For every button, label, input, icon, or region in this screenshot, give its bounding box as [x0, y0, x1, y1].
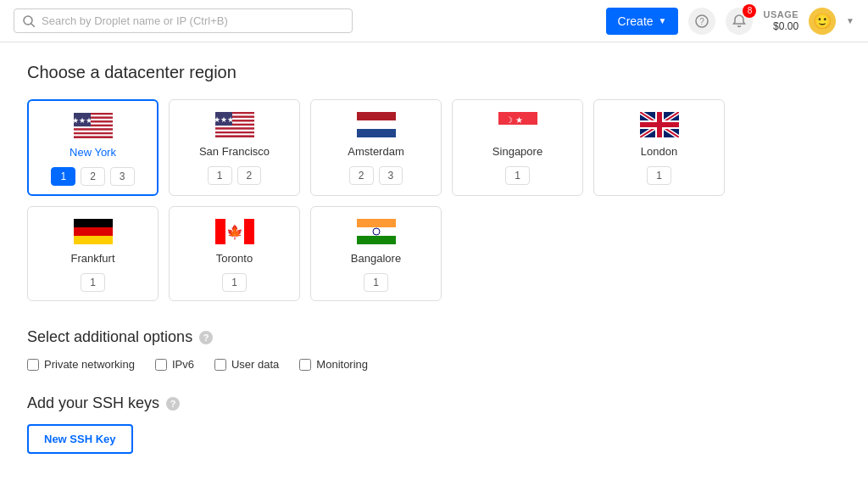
svg-rect-53 [215, 219, 225, 244]
notifications-icon-btn[interactable]: 8 [726, 8, 753, 35]
checkbox-label-user-data: User data [231, 358, 279, 371]
region-name-frankfurt: Frankfurt [70, 252, 114, 265]
region-num-san-francisco-1[interactable]: 1 [208, 166, 232, 185]
additional-options-help-icon[interactable]: ? [199, 331, 213, 344]
region-card-bangalore[interactable]: Bangalore1 [310, 206, 442, 301]
additional-options-checkboxes: Private networkingIPv6User dataMonitorin… [27, 358, 841, 371]
header: Search by Droplet name or IP (Ctrl+B) Cr… [0, 0, 868, 42]
region-card-san-francisco[interactable]: ★★★ San Francisco12 [169, 99, 300, 196]
nl-flag-icon [357, 112, 396, 140]
additional-options-label: Select additional options [27, 328, 192, 346]
svg-text:🍁: 🍁 [226, 224, 243, 240]
header-right: Create ▼ ? 8 USAGE $0.00 🙂 ▼ [606, 8, 854, 35]
search-placeholder: Search by Droplet name or IP (Ctrl+B) [42, 14, 228, 27]
svg-rect-11 [74, 126, 113, 128]
svg-text:★★★: ★★★ [74, 116, 92, 125]
svg-rect-26 [215, 126, 254, 127]
datacenter-section: Choose a datacenter region ★★★ New York1… [27, 63, 841, 301]
svg-rect-49 [74, 219, 113, 227]
svg-rect-56 [357, 219, 396, 227]
region-num-london-1[interactable]: 1 [647, 166, 671, 185]
svg-rect-14 [74, 132, 113, 134]
svg-rect-16 [74, 137, 113, 138]
ssh-keys-help-icon[interactable]: ? [166, 397, 180, 411]
region-name-toronto: Toronto [216, 252, 253, 265]
svg-rect-30 [215, 133, 254, 135]
region-nums-amsterdam: 23 [321, 166, 431, 185]
in-flag-icon [357, 219, 396, 247]
ssh-keys-section: Add your SSH keys ? New SSH Key [27, 394, 841, 454]
region-nums-bangalore: 1 [321, 273, 431, 292]
region-card-singapore[interactable]: ☽ ★ Singapore1 [452, 99, 583, 196]
svg-rect-12 [74, 128, 113, 130]
region-name-singapore: Singapore [492, 145, 542, 158]
svg-rect-51 [74, 236, 113, 244]
region-num-frankfurt-1[interactable]: 1 [81, 273, 105, 292]
uk-flag-icon [640, 112, 679, 140]
region-name-new-york: New York [70, 146, 116, 159]
region-card-toronto[interactable]: 🍁 Toronto1 [169, 206, 300, 301]
region-num-toronto-1[interactable]: 1 [222, 273, 247, 292]
create-button[interactable]: Create ▼ [606, 8, 679, 35]
svg-rect-29 [215, 131, 254, 133]
region-num-new-york-2[interactable]: 2 [81, 167, 105, 186]
checkbox-user-data[interactable] [214, 359, 226, 371]
sg-flag-icon: ☽ ★ [498, 112, 537, 140]
region-num-amsterdam-3[interactable]: 3 [379, 166, 403, 185]
help-icon-btn[interactable]: ? [688, 8, 715, 35]
region-nums-singapore: 1 [463, 166, 572, 185]
checkbox-private-networking[interactable] [27, 359, 39, 371]
usage-display: USAGE $0.00 [763, 8, 798, 34]
search-bar[interactable]: Search by Droplet name or IP (Ctrl+B) [14, 8, 353, 33]
ca-flag-icon: 🍁 [215, 219, 254, 247]
svg-rect-48 [640, 122, 679, 127]
region-nums-frankfurt: 1 [38, 273, 147, 292]
region-nums-new-york: 123 [39, 167, 147, 186]
svg-rect-38 [498, 125, 537, 137]
usage-amount: $0.00 [773, 20, 798, 34]
checkbox-item-monitoring[interactable]: Monitoring [299, 358, 368, 371]
region-card-frankfurt[interactable]: Frankfurt1 [27, 206, 159, 301]
region-num-san-francisco-2[interactable]: 2 [237, 166, 262, 185]
svg-rect-58 [357, 236, 396, 244]
region-card-amsterdam[interactable]: Amsterdam23 [310, 99, 442, 196]
region-name-bangalore: Bangalore [351, 252, 401, 265]
chevron-down-icon: ▼ [659, 16, 667, 25]
avatar-chevron-icon[interactable]: ▼ [846, 16, 854, 25]
us-flag-icon: ★★★ [74, 113, 113, 141]
svg-text:☽ ★: ☽ ★ [505, 115, 523, 125]
checkbox-item-private-networking[interactable]: Private networking [27, 358, 135, 371]
checkbox-monitoring[interactable] [299, 359, 311, 371]
region-nums-san-francisco: 12 [180, 166, 289, 185]
checkbox-ipv6[interactable] [155, 359, 167, 371]
user-avatar[interactable]: 🙂 [809, 8, 836, 35]
region-num-new-york-1[interactable]: 1 [51, 167, 75, 186]
usage-label: USAGE [763, 8, 798, 20]
region-card-new-york[interactable]: ★★★ New York123 [27, 99, 159, 196]
svg-rect-54 [244, 219, 254, 244]
svg-line-1 [31, 24, 35, 27]
region-name-london: London [641, 145, 677, 158]
checkbox-label-private-networking: Private networking [44, 358, 135, 371]
ssh-keys-title: Add your SSH keys ? [27, 394, 841, 412]
svg-text:★★★: ★★★ [215, 115, 234, 124]
svg-rect-34 [357, 112, 396, 120]
checkbox-item-ipv6[interactable]: IPv6 [155, 358, 194, 371]
de-flag-icon [74, 219, 113, 247]
checkbox-item-user-data[interactable]: User data [214, 358, 279, 371]
ssh-keys-label: Add your SSH keys [27, 394, 159, 412]
region-num-amsterdam-2[interactable]: 2 [349, 166, 374, 185]
region-num-new-york-3[interactable]: 3 [110, 167, 135, 186]
checkbox-label-monitoring: Monitoring [316, 358, 368, 371]
svg-rect-35 [357, 120, 396, 129]
new-ssh-key-button[interactable]: New SSH Key [27, 424, 133, 454]
region-num-singapore-1[interactable]: 1 [505, 166, 530, 185]
search-icon [23, 15, 35, 27]
region-name-san-francisco: San Francisco [199, 145, 270, 158]
main-content: Choose a datacenter region ★★★ New York1… [0, 42, 868, 474]
region-card-london[interactable]: London1 [593, 99, 725, 196]
additional-options-section: Select additional options ? Private netw… [27, 328, 841, 371]
svg-rect-36 [357, 129, 396, 137]
datacenter-title: Choose a datacenter region [27, 63, 841, 82]
region-num-bangalore-1[interactable]: 1 [364, 273, 388, 292]
